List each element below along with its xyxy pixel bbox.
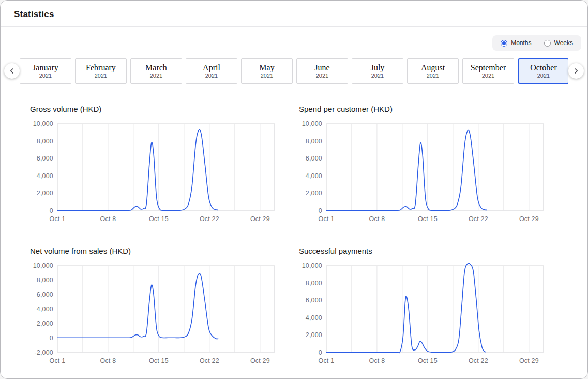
month-year: 2021 [427,72,439,79]
svg-text:Oct 29: Oct 29 [250,215,270,223]
svg-text:8,000: 8,000 [306,138,322,145]
svg-text:0: 0 [319,207,322,214]
svg-text:0: 0 [50,334,53,342]
statistics-page: Statistics Months Weeks January2021Febru… [0,0,588,379]
chart-plot: 10,0008,0006,0004,0002,0000Oct 1Oct 8Oct… [29,118,277,224]
chart-title: Net volume from sales (HKD) [30,246,277,255]
svg-text:Oct 29: Oct 29 [519,357,539,365]
radio-unselected-icon [544,40,551,47]
month-item-june[interactable]: June2021 [296,58,348,84]
svg-text:Oct 15: Oct 15 [149,215,169,223]
month-year: 2021 [371,72,384,79]
svg-text:2,000: 2,000 [306,190,322,197]
chart-title: Gross volume (HKD) [30,105,277,113]
svg-text:8,000: 8,000 [306,280,322,287]
month-carousel: January2021February2021March2021April202… [1,58,587,84]
month-carousel-track: January2021February2021March2021April202… [20,58,568,84]
month-item-january[interactable]: January2021 [20,58,71,84]
svg-text:0: 0 [50,207,53,214]
month-name: March [145,63,167,72]
svg-text:Oct 22: Oct 22 [469,215,488,223]
month-item-march[interactable]: March2021 [130,58,182,84]
svg-text:2,000: 2,000 [306,331,322,339]
toggle-months-label: Months [511,39,531,47]
svg-text:10,000: 10,000 [302,262,322,269]
svg-text:Oct 1: Oct 1 [50,215,66,223]
month-name: April [203,63,220,72]
carousel-next-button[interactable] [568,63,584,79]
month-name: July [371,63,385,72]
chevron-right-icon [572,67,580,75]
month-year: 2021 [482,72,494,79]
svg-text:2,000: 2,000 [37,190,53,197]
month-year: 2021 [95,72,107,79]
carousel-prev-button[interactable] [4,63,20,79]
toolbar: Months Weeks [1,27,587,51]
svg-text:Oct 8: Oct 8 [100,357,116,365]
radio-selected-icon [501,40,507,47]
svg-text:10,000: 10,000 [33,120,53,127]
svg-text:Oct 1: Oct 1 [50,357,66,365]
svg-text:10,000: 10,000 [33,262,53,269]
chart-title: Successful payments [299,246,546,255]
month-year: 2021 [150,72,162,79]
charts-grid: Gross volume (HKD)10,0008,0006,0004,0002… [29,105,545,368]
month-year: 2021 [537,72,550,79]
chart-4: Successful payments10,0008,0006,0004,000… [298,246,546,368]
chart-plot: 10,0008,0006,0004,0002,0000Oct 1Oct 8Oct… [298,118,546,224]
svg-text:Oct 15: Oct 15 [149,357,169,365]
svg-text:4,000: 4,000 [37,172,53,180]
chart-2: Spend per customer (HKD)10,0008,0006,000… [298,105,546,226]
toggle-option-weeks[interactable]: Weeks [544,39,573,47]
page-header: Statistics [1,1,587,27]
month-item-october[interactable]: October2021 [518,58,568,84]
svg-text:2,000: 2,000 [37,320,53,327]
svg-text:Oct 8: Oct 8 [369,215,385,223]
svg-text:Oct 15: Oct 15 [418,357,438,365]
month-name: June [314,63,329,72]
svg-text:6,000: 6,000 [306,297,322,304]
svg-text:Oct 15: Oct 15 [418,215,438,223]
svg-text:Oct 22: Oct 22 [200,357,219,365]
svg-text:4,000: 4,000 [306,314,322,322]
svg-text:6,000: 6,000 [37,155,53,162]
month-item-september[interactable]: September2021 [462,58,514,84]
chart-1: Gross volume (HKD)10,0008,0006,0004,0002… [29,105,277,226]
svg-text:6,000: 6,000 [37,291,53,298]
svg-text:8,000: 8,000 [37,276,53,284]
month-name: September [471,63,506,72]
month-item-may[interactable]: May2021 [241,58,293,84]
month-year: 2021 [39,72,52,79]
svg-text:8,000: 8,000 [37,138,53,145]
svg-text:Oct 29: Oct 29 [519,215,539,223]
svg-text:6,000: 6,000 [306,155,322,162]
chevron-left-icon [8,67,16,75]
svg-text:Oct 29: Oct 29 [250,357,270,365]
view-toggle: Months Weeks [492,35,581,51]
chart-plot: 10,0008,0006,0004,0002,0000Oct 1Oct 8Oct… [298,259,546,366]
chart-plot: 10,0008,0006,0004,0002,0000-2,000Oct 1Oc… [29,259,277,366]
svg-text:4,000: 4,000 [37,305,53,313]
month-item-february[interactable]: February2021 [75,58,127,84]
page-title: Statistics [14,9,574,20]
month-name: May [259,63,274,72]
svg-text:Oct 8: Oct 8 [369,357,385,365]
svg-text:-2,000: -2,000 [35,349,53,356]
month-item-august[interactable]: August2021 [407,58,459,84]
toggle-option-months[interactable]: Months [501,39,531,47]
month-name: January [33,63,58,72]
month-name: February [86,63,116,72]
month-name: August [421,63,445,72]
month-item-april[interactable]: April2021 [186,58,237,84]
toggle-weeks-label: Weeks [554,39,573,47]
svg-text:Oct 1: Oct 1 [319,357,335,365]
month-year: 2021 [316,72,328,79]
month-year: 2021 [261,72,273,79]
month-item-july[interactable]: July2021 [352,58,403,84]
svg-text:10,000: 10,000 [302,120,322,127]
svg-text:Oct 22: Oct 22 [469,357,488,365]
svg-text:Oct 22: Oct 22 [200,215,219,223]
chart-title: Spend per customer (HKD) [299,105,546,113]
month-name: October [530,63,557,72]
chart-3: Net volume from sales (HKD)10,0008,0006,… [29,246,277,368]
